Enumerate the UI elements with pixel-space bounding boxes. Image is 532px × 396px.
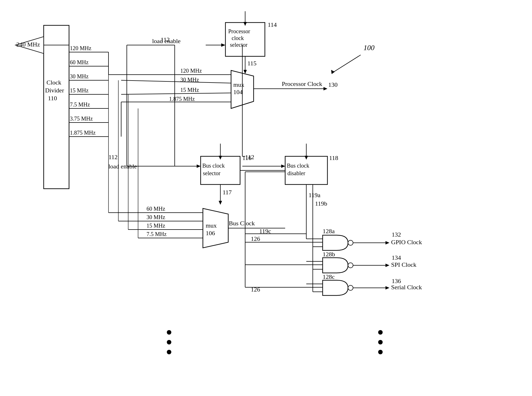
svg-text:120 MHz: 120 MHz <box>180 68 202 74</box>
svg-text:119b: 119b <box>315 200 327 207</box>
svg-text:disabler: disabler <box>287 170 305 176</box>
svg-point-136 <box>378 330 383 335</box>
svg-text:115: 115 <box>247 60 256 67</box>
svg-text:selector: selector <box>230 42 248 48</box>
svg-text:30 MHz: 30 MHz <box>147 214 165 220</box>
svg-text:110: 110 <box>48 95 57 102</box>
svg-text:60 MHz: 60 MHz <box>147 206 165 212</box>
svg-text:Bus clock: Bus clock <box>202 163 225 169</box>
svg-text:Serial Clock: Serial Clock <box>391 284 422 291</box>
svg-text:119a: 119a <box>309 192 320 199</box>
svg-text:134: 134 <box>392 254 401 261</box>
input-freq-label: 240 MHz <box>16 41 40 48</box>
svg-text:GPIO Clock: GPIO Clock <box>391 239 422 246</box>
svg-text:SPI Clock: SPI Clock <box>391 261 416 268</box>
svg-text:7.5 MHz: 7.5 MHz <box>70 101 90 108</box>
svg-text:119c: 119c <box>259 228 271 235</box>
svg-text:112: 112 <box>245 153 254 161</box>
svg-text:mux: mux <box>206 222 217 229</box>
svg-text:100: 100 <box>363 44 374 52</box>
svg-text:Processor Clock: Processor Clock <box>282 80 322 87</box>
svg-text:15 MHz: 15 MHz <box>147 223 165 229</box>
svg-text:30 MHz: 30 MHz <box>180 77 199 83</box>
svg-text:clock: clock <box>232 35 244 41</box>
svg-point-135 <box>167 350 171 354</box>
svg-text:118: 118 <box>329 154 338 161</box>
svg-text:load enable: load enable <box>152 37 181 45</box>
svg-point-133 <box>167 330 171 335</box>
svg-text:Bus Clock: Bus Clock <box>229 220 255 227</box>
svg-point-134 <box>167 340 171 344</box>
svg-text:60 MHz: 60 MHz <box>70 59 88 65</box>
svg-point-137 <box>378 340 383 344</box>
svg-text:1.875 MHz: 1.875 MHz <box>70 130 96 136</box>
svg-rect-25 <box>225 23 265 56</box>
svg-text:106: 106 <box>206 230 215 237</box>
svg-text:117: 117 <box>223 189 232 196</box>
svg-text:126: 126 <box>251 286 260 293</box>
svg-text:3.75 MHz: 3.75 MHz <box>70 115 93 122</box>
svg-text:15 MHz: 15 MHz <box>180 87 199 93</box>
svg-text:112: 112 <box>108 153 118 161</box>
svg-rect-1 <box>44 25 69 189</box>
svg-text:130: 130 <box>328 81 338 88</box>
svg-text:104: 104 <box>233 88 243 95</box>
svg-text:136: 136 <box>392 277 401 284</box>
circuit-diagram: 240 MHz Clock Divider 110 120 MHz 60 MHz… <box>0 0 532 396</box>
svg-text:mux: mux <box>233 81 244 88</box>
svg-text:114: 114 <box>268 21 277 28</box>
svg-text:15 MHz: 15 MHz <box>70 87 88 94</box>
svg-text:Divider: Divider <box>45 87 64 94</box>
svg-text:7.5 MHz: 7.5 MHz <box>147 231 167 237</box>
svg-text:128a: 128a <box>323 228 335 235</box>
svg-text:Processor: Processor <box>228 28 250 34</box>
svg-point-116 <box>348 263 353 268</box>
svg-text:selector: selector <box>203 170 221 176</box>
svg-text:1.875 MHz: 1.875 MHz <box>169 96 195 102</box>
svg-text:132: 132 <box>392 231 401 238</box>
svg-text:Bus clock: Bus clock <box>287 163 309 169</box>
svg-point-124 <box>348 285 353 290</box>
svg-point-108 <box>348 240 353 245</box>
svg-point-138 <box>378 350 383 354</box>
svg-text:128c: 128c <box>323 273 335 280</box>
svg-text:120 MHz: 120 MHz <box>70 45 91 51</box>
svg-text:30 MHz: 30 MHz <box>70 73 88 79</box>
clock-divider-label: Clock <box>46 79 61 86</box>
svg-text:126: 126 <box>251 235 260 242</box>
svg-text:128b: 128b <box>323 251 335 258</box>
